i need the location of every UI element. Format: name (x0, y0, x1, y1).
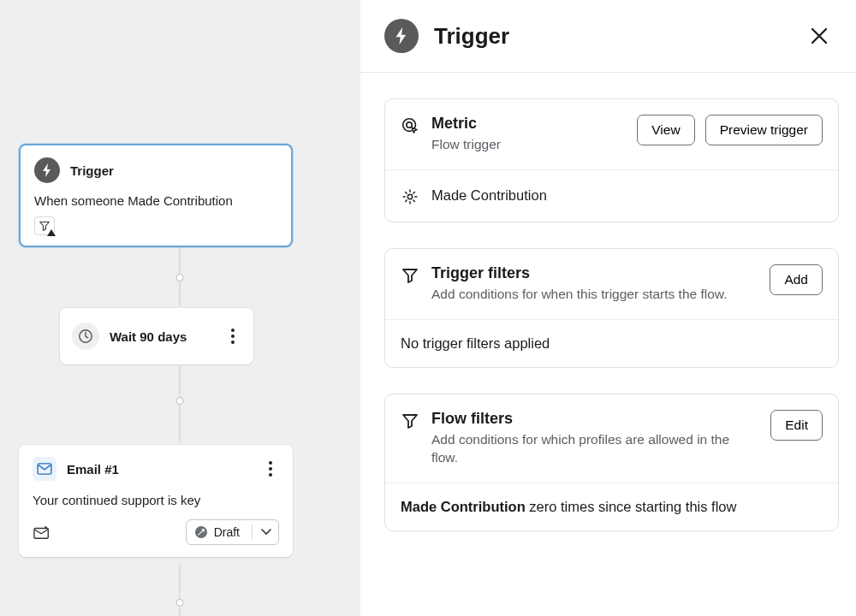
trigger-node-title: Trigger (70, 163, 114, 178)
flow-filters-section: Flow filters Add conditions for which pr… (384, 394, 839, 531)
panel-title: Trigger (434, 23, 806, 50)
preview-trigger-button[interactable]: Preview trigger (705, 115, 823, 145)
flow-filters-title: Flow filters (431, 410, 758, 428)
metric-name: Made Contribution (431, 187, 547, 204)
target-click-icon (401, 116, 419, 135)
node-add-dot[interactable] (176, 397, 184, 405)
metric-subtitle: Flow trigger (431, 136, 625, 154)
trigger-node-description: When someone Made Contribution (34, 193, 277, 208)
panel-body: Metric Flow trigger View Preview trigger… (360, 73, 856, 548)
trigger-filters-section: Trigger filters Add conditions for when … (384, 248, 839, 368)
email-node-subject: Your continued support is key (33, 493, 279, 507)
side-panel: Trigger Metric Flow trigger (360, 0, 856, 616)
close-button[interactable] (806, 23, 832, 49)
divider (252, 524, 253, 540)
clock-icon (72, 323, 99, 350)
svg-point-5 (407, 194, 412, 198)
wait-node-label: Wait 90 days (110, 329, 214, 344)
metric-title: Metric (431, 115, 625, 133)
add-trigger-filter-button[interactable]: Add (770, 264, 823, 295)
view-button[interactable]: View (637, 115, 694, 145)
connector-line (180, 565, 181, 616)
panel-header: Trigger (360, 0, 856, 73)
email-node-title: Email #1 (67, 462, 252, 477)
trigger-filters-title: Trigger filters (431, 264, 758, 282)
lightning-icon (34, 157, 60, 183)
node-add-dot[interactable] (176, 599, 184, 607)
kebab-menu[interactable] (262, 461, 279, 477)
filter-icon (401, 412, 419, 430)
mail-icon (33, 457, 56, 481)
flow-filter-condition: Made Contribution zero times since start… (385, 483, 838, 530)
email-node[interactable]: Email #1 Your continued support is key D… (19, 445, 293, 557)
metric-section: Metric Flow trigger View Preview trigger… (384, 98, 839, 222)
kebab-menu[interactable] (224, 329, 241, 344)
connector-line (180, 366, 181, 443)
flow-filter-condition-text: zero times since starting this flow (526, 499, 737, 514)
draft-status-icon (195, 526, 207, 538)
filter-icon (401, 266, 419, 285)
wait-node[interactable]: Wait 90 days (60, 308, 253, 364)
chevron-down-icon (261, 529, 271, 536)
mail-open-icon[interactable] (33, 524, 51, 540)
trigger-filters-subtitle: Add conditions for when this trigger sta… (431, 286, 758, 304)
status-label: Draft (214, 525, 240, 539)
node-add-dot[interactable] (176, 274, 184, 281)
trigger-node[interactable]: Trigger When someone Made Contribution (19, 144, 293, 247)
lightning-icon (384, 19, 419, 53)
flow-filters-subtitle: Add conditions for which profiles are al… (431, 431, 758, 467)
flow-canvas[interactable]: Trigger When someone Made Contribution W… (0, 0, 360, 616)
gear-icon (401, 187, 419, 206)
status-dropdown[interactable]: Draft (186, 519, 279, 545)
flow-filter-condition-metric: Made Contribution (401, 499, 526, 514)
trigger-filters-empty: No trigger filters applied (385, 319, 838, 367)
edit-flow-filter-button[interactable]: Edit (770, 410, 823, 441)
filter-icon[interactable] (34, 216, 55, 235)
